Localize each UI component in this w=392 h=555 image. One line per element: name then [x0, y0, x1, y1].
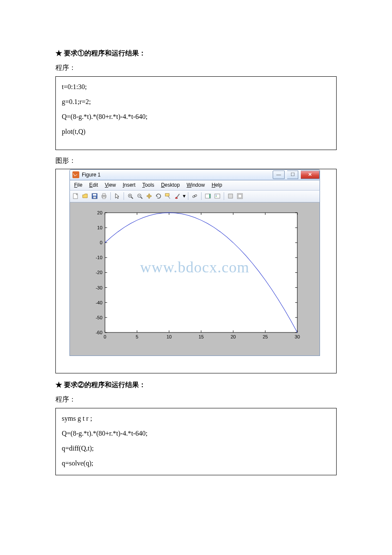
- link-icon[interactable]: [190, 192, 199, 200]
- svg-text:0: 0: [100, 240, 102, 245]
- rotate-icon[interactable]: [154, 192, 163, 200]
- code-line: t=0:1:30;: [62, 79, 330, 94]
- open-icon[interactable]: [81, 192, 89, 200]
- svg-rect-3: [93, 197, 96, 198]
- code-line: Q=(8-g.*t).*(80+r.*t)-4.*t-640;: [62, 109, 330, 124]
- brush-icon[interactable]: [173, 192, 182, 200]
- svg-line-15: [168, 196, 170, 199]
- menu-tools[interactable]: Tools: [142, 180, 154, 190]
- code-line: q=solve(q);: [62, 456, 330, 471]
- pointer-icon[interactable]: [113, 192, 121, 200]
- figure-container: Figure 1 — ☐ ✕ File Edit View Insert Too…: [55, 169, 337, 373]
- svg-text:-40: -40: [95, 300, 102, 305]
- svg-text:30: 30: [295, 334, 300, 339]
- svg-text:-50: -50: [95, 315, 102, 320]
- code-line: plot(t,Q): [62, 124, 330, 139]
- colorbar-icon[interactable]: [204, 192, 212, 200]
- svg-text:20: 20: [231, 334, 236, 339]
- toolbar: ▾: [69, 191, 320, 202]
- menu-help[interactable]: Help: [212, 180, 222, 190]
- svg-rect-5: [103, 194, 105, 195]
- svg-rect-14: [165, 194, 169, 196]
- svg-rect-27: [105, 213, 297, 332]
- window-titlebar: Figure 1 — ☐ ✕: [69, 169, 320, 180]
- section1-code-label: 程序：: [55, 61, 337, 74]
- svg-text:-30: -30: [95, 285, 102, 290]
- close-button[interactable]: ✕: [301, 171, 320, 179]
- legend-icon[interactable]: [213, 192, 222, 200]
- section2-heading: ★ 要求②的程序和运行结果：: [55, 379, 337, 391]
- code-line: Q=(8-g.*t).*(80+r.*t)-4.*t-640;: [62, 426, 330, 441]
- svg-text:20: 20: [97, 210, 102, 215]
- svg-text:25: 25: [262, 334, 268, 339]
- new-icon[interactable]: [72, 192, 80, 200]
- code-line: syms g t r ;: [62, 411, 330, 426]
- svg-line-16: [177, 194, 179, 197]
- minimize-button[interactable]: —: [273, 171, 285, 179]
- svg-rect-6: [103, 197, 105, 199]
- svg-point-18: [194, 194, 197, 197]
- code-block-2: syms g t r ; Q=(8-g.*t).*(80+r.*t)-4.*t-…: [55, 408, 337, 476]
- matlab-icon: [72, 171, 79, 178]
- section2-code-label: 程序：: [55, 393, 337, 406]
- zoomin-icon[interactable]: [126, 192, 135, 200]
- save-icon[interactable]: [90, 192, 99, 200]
- maximize-button[interactable]: ☐: [287, 171, 298, 179]
- plot-area: www.bdocx.com -60-50-40-30-20-1001020 05…: [69, 202, 320, 356]
- svg-text:5: 5: [136, 334, 138, 339]
- menu-edit[interactable]: Edit: [89, 180, 98, 190]
- menubar: File Edit View Insert Tools Desktop Wind…: [69, 180, 320, 191]
- window-title: Figure 1: [82, 170, 101, 180]
- zoomout-icon[interactable]: [135, 192, 144, 200]
- hide-icon[interactable]: [226, 192, 235, 200]
- code-line: g=0.1;r=2;: [62, 94, 330, 109]
- code-line: q=diff(Q,t);: [62, 441, 330, 456]
- svg-text:-10: -10: [95, 255, 102, 260]
- plot-svg: -60-50-40-30-20-1001020 051015202530: [78, 208, 312, 345]
- svg-rect-21: [215, 194, 220, 198]
- svg-rect-2: [93, 194, 96, 196]
- svg-text:-60: -60: [95, 330, 102, 335]
- section1-heading: ★ 要求①的程序和运行结果：: [55, 47, 337, 60]
- menu-insert[interactable]: Insert: [123, 180, 135, 190]
- section1-figure-label: 图形：: [55, 154, 337, 167]
- menu-window[interactable]: Window: [187, 180, 205, 190]
- svg-rect-20: [209, 194, 210, 198]
- svg-text:-20: -20: [95, 270, 102, 275]
- code-block-1: t=0:1:30; g=0.1;r=2; Q=(8-g.*t).*(80+r.*…: [55, 76, 337, 150]
- menu-file[interactable]: File: [74, 180, 82, 190]
- menu-desktop[interactable]: Desktop: [161, 180, 180, 190]
- svg-line-8: [131, 197, 133, 199]
- svg-rect-26: [238, 194, 242, 198]
- datacursor-icon[interactable]: [164, 192, 172, 200]
- svg-text:0: 0: [104, 334, 106, 339]
- print-icon[interactable]: [100, 192, 108, 200]
- svg-text:15: 15: [199, 334, 204, 339]
- svg-rect-24: [228, 194, 233, 198]
- svg-text:10: 10: [167, 334, 172, 339]
- svg-text:10: 10: [97, 225, 102, 230]
- matlab-figure-window: Figure 1 — ☐ ✕ File Edit View Insert Too…: [69, 169, 320, 356]
- dropdown-icon[interactable]: ▾: [182, 192, 186, 200]
- svg-line-12: [141, 197, 142, 199]
- show-icon[interactable]: [236, 192, 244, 200]
- pan-icon[interactable]: [145, 192, 153, 200]
- menu-view[interactable]: View: [105, 180, 116, 190]
